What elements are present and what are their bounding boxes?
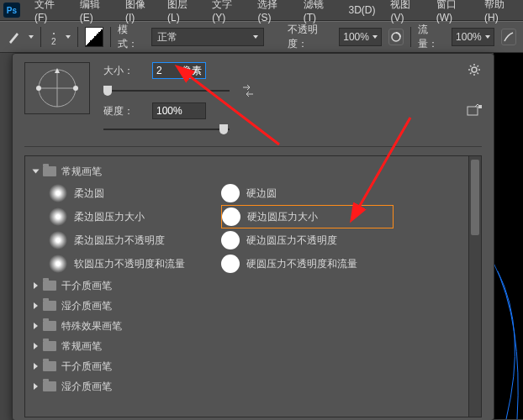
size-value: 2 <box>156 65 162 76</box>
menu-file[interactable]: 文件(F) <box>27 0 72 27</box>
folder-wet-media[interactable]: 湿介质画笔 <box>29 296 481 316</box>
folder-icon <box>43 341 56 351</box>
flow-input[interactable]: 100% <box>452 28 494 46</box>
chevron-right-icon <box>34 383 38 390</box>
chevron-down-icon <box>485 35 490 39</box>
svg-rect-17 <box>478 105 482 108</box>
size-label: 大小： <box>103 64 140 78</box>
brush-tool-icon[interactable] <box>7 29 22 45</box>
flow-label: 流量： <box>418 23 445 51</box>
divider <box>40 27 41 47</box>
chevron-right-icon <box>34 343 38 349</box>
chevron-down-icon <box>372 35 378 39</box>
opacity-input[interactable]: 100% <box>339 28 382 46</box>
hardness-slider[interactable] <box>103 124 230 134</box>
brush-row: 柔边圆压力不透明度 硬边圆压力不透明度 <box>29 228 481 252</box>
divider <box>110 27 111 47</box>
hardness-value: 100% <box>156 105 182 117</box>
menu-3d[interactable]: 3D(D) <box>341 1 383 19</box>
folder-general-brushes[interactable]: 常规画笔 <box>29 161 481 181</box>
size-input[interactable]: 2 像素 <box>152 62 206 79</box>
brush-swatch-icon <box>222 207 240 226</box>
gear-icon[interactable] <box>467 62 482 77</box>
folder-icon <box>43 361 56 371</box>
folder-icon <box>43 166 56 176</box>
chevron-right-icon <box>34 363 38 370</box>
folder-label: 干介质画笔 <box>61 360 112 374</box>
brush-swatch-icon <box>49 255 67 273</box>
folder-dry-media-2[interactable]: 干介质画笔 <box>29 356 481 376</box>
folder-special-effects[interactable]: 特殊效果画笔 <box>29 316 481 336</box>
brush-row: 柔边圆压力大小 硬边圆压力大小 <box>29 205 481 228</box>
size-slider[interactable] <box>103 86 230 96</box>
brush-soft-round[interactable]: 柔边圆 <box>49 181 221 205</box>
brush-hard-round-pressure-size[interactable]: 硬边圆压力大小 <box>221 205 394 228</box>
brush-tree: 常规画笔 柔边圆 硬边圆 柔边圆压力大小 硬边圆压力大小 柔边圆压力不透明度 硬… <box>24 155 482 417</box>
folder-icon <box>43 321 56 331</box>
tool-preset-dropdown-icon[interactable] <box>29 35 34 39</box>
folder-dry-media[interactable]: 干介质画笔 <box>29 276 481 296</box>
mode-value: 正常 <box>157 30 177 45</box>
brush-label: 硬边圆压力大小 <box>247 210 318 224</box>
folder-label: 湿介质画笔 <box>61 380 112 394</box>
brush-label: 柔边圆压力不透明度 <box>74 234 165 248</box>
svg-point-6 <box>73 86 78 91</box>
pressure-opacity-icon[interactable] <box>388 29 404 45</box>
brush-size-preview[interactable]: 2 <box>48 28 60 46</box>
folder-label: 湿介质画笔 <box>61 299 112 313</box>
brush-swatch-icon <box>221 255 240 273</box>
brush-soft-round-pressure-opacity[interactable]: 柔边圆压力不透明度 <box>49 228 221 252</box>
brush-swatch-icon <box>49 184 67 202</box>
hardness-input[interactable]: 100% <box>152 102 206 119</box>
chevron-right-icon <box>34 323 38 329</box>
canvas-area[interactable] <box>494 53 523 419</box>
flip-icon[interactable] <box>241 84 255 97</box>
menu-help[interactable]: 帮助(H) <box>477 0 523 27</box>
brush-size-value: 2 <box>51 37 56 46</box>
folder-label: 常规画笔 <box>61 339 102 354</box>
chevron-down-icon <box>33 170 40 174</box>
folder-icon <box>43 281 56 291</box>
svg-line-14 <box>470 73 472 75</box>
brush-angle-preview[interactable] <box>24 62 90 114</box>
menu-bar: Ps 文件(F) 编辑(E) 图像(I) 图层(L) 文字(Y) 选择(S) 滤… <box>0 0 523 21</box>
brush-settings-icon[interactable] <box>85 27 103 47</box>
brush-preset-panel: 大小： 2 像素 硬度： 100% <box>12 53 494 420</box>
brush-hard-round[interactable]: 硬边圆 <box>221 181 394 205</box>
menu-layer[interactable]: 图层(L) <box>160 0 204 27</box>
folder-wet-media-2[interactable]: 湿介质画笔 <box>29 376 481 396</box>
airbrush-icon[interactable] <box>501 29 516 45</box>
brush-hard-round-pressure-opacity-flow[interactable]: 硬圆压力不透明度和流量 <box>221 252 394 276</box>
folder-general-2[interactable]: 常规画笔 <box>29 336 481 356</box>
opacity-value: 100% <box>343 31 369 43</box>
hardness-label: 硬度： <box>103 104 140 118</box>
brush-label: 柔边圆 <box>74 186 104 201</box>
mode-select[interactable]: 正常 <box>151 28 264 46</box>
chevron-right-icon <box>34 302 38 309</box>
menu-edit[interactable]: 编辑(E) <box>72 0 118 27</box>
brush-label: 软圆压力不透明度和流量 <box>74 257 185 271</box>
brush-soft-round-pressure-size[interactable]: 柔边圆压力大小 <box>49 205 221 228</box>
brush-label: 硬圆压力不透明度和流量 <box>246 257 357 271</box>
divider <box>24 146 482 147</box>
scrollbar[interactable] <box>468 156 481 417</box>
svg-point-7 <box>472 67 477 72</box>
brush-swatch-icon <box>49 231 67 249</box>
brush-hard-round-pressure-opacity[interactable]: 硬边圆压力不透明度 <box>221 228 394 252</box>
svg-point-5 <box>36 86 41 91</box>
svg-line-13 <box>478 73 479 75</box>
folder-icon <box>43 301 56 311</box>
brush-soft-round-pressure-opacity-flow[interactable]: 软圆压力不透明度和流量 <box>49 252 221 276</box>
flow-value: 100% <box>456 31 482 43</box>
menu-type[interactable]: 文字(Y) <box>204 0 250 27</box>
new-preset-icon[interactable] <box>467 102 482 118</box>
svg-point-0 <box>53 33 55 34</box>
brush-row: 软圆压力不透明度和流量 硬圆压力不透明度和流量 <box>29 252 481 276</box>
chevron-down-icon <box>253 35 258 39</box>
brush-row: 柔边圆 硬边圆 <box>29 181 481 205</box>
brush-swatch-icon <box>221 231 240 249</box>
brush-swatch-icon <box>221 184 240 202</box>
chevron-right-icon <box>34 282 38 289</box>
folder-label: 干介质画笔 <box>61 279 112 293</box>
brush-preset-dropdown-icon[interactable] <box>66 35 71 39</box>
